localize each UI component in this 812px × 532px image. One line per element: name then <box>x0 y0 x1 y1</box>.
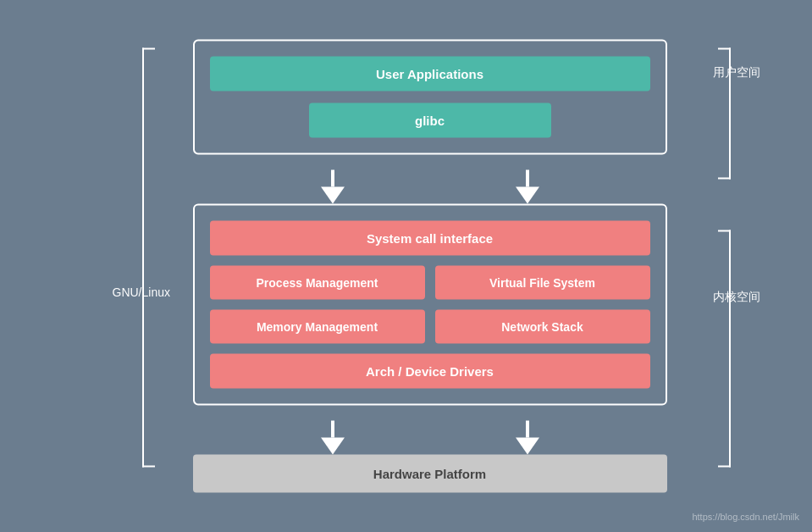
user-space-box: User Applications glibc <box>193 40 667 155</box>
virtual-filesystem-box: Virtual File System <box>435 266 650 300</box>
process-management-box: Process Management <box>210 266 425 300</box>
arrow-right-down <box>516 187 539 204</box>
network-stack-box: Network Stack <box>435 310 650 344</box>
arrows-kernel-to-hardware <box>193 421 667 455</box>
user-apps-box: User Applications <box>210 57 650 91</box>
kernel-space-box: System call interface Process Management… <box>193 204 667 406</box>
arrow-right-down-hw <box>516 438 539 455</box>
user-space-label: 用户空间 <box>713 65 760 80</box>
glibc-box: glibc <box>309 103 551 138</box>
bracket-kernel-space <box>718 230 731 468</box>
diagram-container: GNU/Linux 用户空间 User Applications glibc 内… <box>193 40 667 493</box>
bracket-gnu-linux <box>142 48 155 468</box>
arrow-left-down-hw <box>321 438 345 455</box>
hardware-platform-box: Hardware Platform <box>193 455 667 493</box>
kernel-space-label: 内核空间 <box>713 290 760 305</box>
arrows-user-to-kernel <box>193 170 667 204</box>
kernel-row-1: Process Management Virtual File System <box>210 266 650 300</box>
kernel-row-2: Memory Management Network Stack <box>210 310 650 344</box>
memory-management-box: Memory Management <box>210 310 425 344</box>
arrow-left-down <box>321 187 345 204</box>
arch-drivers-box: Arch / Device Drivers <box>210 354 650 389</box>
watermark: https://blog.csdn.net/Jmilk <box>692 512 799 522</box>
gnu-linux-label: GNU/Linux <box>113 285 170 299</box>
syscall-box: System call interface <box>210 221 650 256</box>
